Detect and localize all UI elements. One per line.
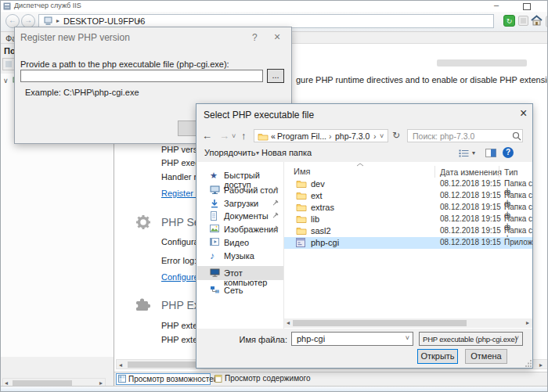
filename-combobox[interactable]: php-cgi ˅ — [291, 332, 413, 346]
column-header-type[interactable]: Тип — [504, 167, 518, 177]
handler-mapping-row: Handler n — [161, 172, 199, 182]
php-extensions-row2: PHP exter — [161, 335, 200, 344]
maximize-button[interactable] — [523, 3, 531, 10]
php-extensions-row1: PHP exter — [161, 321, 200, 330]
search-icon[interactable] — [512, 131, 521, 141]
file-row-sasl2[interactable]: sasl2 08.12.2018 19:15 Папка с ф — [284, 225, 533, 237]
tab-features-label: Просмотр возможностей — [128, 375, 218, 383]
folder-icon — [296, 179, 307, 189]
php-path-input[interactable] — [20, 70, 263, 82]
search-text[interactable]: Поиск: php-7.3.0 — [413, 131, 474, 141]
sidebar-item-music[interactable]: ♪ Музыка — [197, 250, 283, 263]
tab-content-view[interactable]: Просмотр содержимого — [213, 373, 303, 385]
php-executable-row: PHP exec — [161, 158, 200, 167]
new-folder-button[interactable]: Новая папка — [261, 148, 312, 157]
sidebar-item-label: Документы — [224, 211, 269, 221]
crumb-separator[interactable]: ▸ — [138, 17, 141, 24]
crumb-separator[interactable]: › — [329, 131, 332, 141]
crumb-php-folder[interactable]: php-7.3.0 — [335, 131, 370, 141]
sidebar-item-label: Рабочий стол — [224, 185, 278, 195]
filetype-combobox[interactable]: PHP executable (php-cgi.exe) ˅ — [419, 332, 523, 346]
open-button-label: Открыть — [420, 351, 454, 361]
cancel-button-label: Отмена — [470, 351, 501, 361]
scroll-left-icon[interactable]: ◂ — [287, 319, 290, 327]
resize-grip-icon[interactable] — [525, 360, 532, 367]
view-tabs-bar: Просмотр возможностей Просмотр содержимо… — [114, 372, 548, 386]
back-icon[interactable]: ← — [202, 130, 212, 142]
sidebar-item-documents[interactable]: Документы — [197, 210, 283, 223]
pin-icon — [272, 212, 279, 219]
tree-expander-icon[interactable]: ∨ — [3, 77, 9, 85]
help-icon[interactable]: ? — [503, 147, 514, 158]
sidebar-item-downloads[interactable]: Загрузки — [197, 197, 283, 210]
scroll-right-icon[interactable]: ▸ — [539, 361, 543, 369]
status-bar — [1, 386, 548, 392]
open-button[interactable]: Открыть — [417, 349, 458, 364]
close-icon[interactable]: × — [274, 31, 280, 43]
crumb-separator[interactable]: › — [373, 131, 377, 141]
configure-link[interactable]: Configure — [161, 272, 199, 282]
close-icon[interactable]: × — [520, 106, 527, 120]
recent-locations-chevron-icon[interactable]: ˅ — [232, 132, 236, 140]
quick-access-star-icon: ★ — [210, 171, 221, 181]
cancel-button[interactable]: Отмена — [465, 349, 507, 364]
refresh-icon[interactable]: ↻ — [392, 130, 400, 141]
sidebar-item-network[interactable]: Сеть — [197, 284, 283, 297]
open-file-dialog: Select PHP executable file × ← → ˅ ↑ « P… — [196, 103, 533, 369]
restart-icon[interactable]: ↻ — [503, 15, 515, 27]
sidebar-item-pictures[interactable]: Изображения — [197, 223, 283, 236]
scrollbar-thumb[interactable] — [13, 380, 72, 386]
navigation-pane: ★ Быстрый доступ Рабочий стол Загрузки Д… — [197, 162, 283, 329]
sidebar-item-desktop[interactable]: Рабочий стол — [197, 184, 283, 197]
breadcrumb-server[interactable]: DESKTOP-UL9FPU6 — [63, 16, 145, 26]
browse-label: ... — [272, 70, 279, 80]
file-date: 08.12.2018 19:15 — [440, 238, 501, 246]
file-row-extras[interactable]: extras 08.12.2018 19:15 Папка с ф — [284, 202, 533, 214]
forward-icon: → — [219, 130, 229, 142]
column-header-date[interactable]: Дата изменения — [440, 167, 502, 177]
stop-icon — [518, 16, 528, 26]
sidebar-item-this-pc[interactable]: Этот компьютер — [197, 266, 283, 280]
filename-label: Имя файла: — [228, 335, 287, 344]
column-header-name[interactable]: Имя — [294, 167, 310, 176]
scrollbar-thumb[interactable] — [293, 320, 467, 326]
file-row-dev[interactable]: dev 08.12.2018 19:15 Папка с ф — [284, 178, 533, 190]
scroll-right-icon[interactable]: ▸ — [526, 319, 529, 327]
error-log-row: Error log: — [161, 256, 196, 265]
browse-button[interactable]: ... — [267, 69, 284, 83]
home-icon[interactable] — [531, 15, 543, 26]
preview-pane-icon[interactable] — [485, 149, 496, 157]
network-icon — [210, 286, 221, 296]
connections-toolbar-icon[interactable] — [2, 58, 15, 70]
help-icon[interactable]: ? — [252, 32, 258, 43]
desktop-icon — [210, 185, 221, 196]
sidebar-item-label: Видео — [224, 238, 249, 247]
file-date: 08.12.2018 19:15 — [440, 191, 501, 200]
search-box[interactable]: Поиск: php-7.3.0 — [407, 129, 523, 142]
sidebar-item-label: Изображения — [224, 225, 278, 234]
combo-chevron-icon: ˅ — [406, 334, 409, 342]
file-name: dev — [311, 179, 325, 189]
sidebar-item-quick-access[interactable]: ★ Быстрый доступ — [197, 169, 283, 182]
address-dropdown-chevron-icon[interactable]: ˅ — [380, 132, 384, 140]
this-pc-icon — [210, 268, 221, 279]
crumb-program-files[interactable]: Program Fil... — [277, 131, 326, 141]
sidebar-item-videos[interactable]: Видео — [197, 236, 283, 250]
scroll-left-icon[interactable]: ◂ — [119, 361, 122, 369]
view-mode-caret-icon[interactable]: ▾ — [472, 149, 475, 156]
dialog-body: ★ Быстрый доступ Рабочий стол Загрузки Д… — [197, 162, 533, 329]
tab-features-view[interactable]: Просмотр возможностей — [116, 373, 211, 385]
file-date: 08.12.2018 19:15 — [440, 203, 501, 211]
file-row-ext[interactable]: ext 08.12.2018 19:15 Папка с ф — [284, 190, 533, 202]
file-name: lib — [311, 214, 319, 224]
example-text: Example: C:\PHP\php-cgi.exe — [25, 88, 139, 97]
file-row-lib[interactable]: lib 08.12.2018 19:15 Папка с ф — [284, 214, 533, 225]
address-bar[interactable]: « Program Fil... › php-7.3.0 › ˅ — [254, 129, 388, 142]
file-row-php-cgi-selected[interactable]: php-cgi 08.12.2018 19:15 Приложе — [284, 237, 533, 249]
documents-icon — [210, 211, 221, 221]
view-mode-icon[interactable] — [459, 149, 469, 157]
file-date: 08.12.2018 19:15 — [440, 179, 501, 188]
up-icon[interactable]: ↑ — [241, 130, 247, 142]
minimize-button[interactable]: – — [494, 0, 499, 9]
list-hscrollbar[interactable]: ◂ ▸ — [284, 318, 533, 328]
